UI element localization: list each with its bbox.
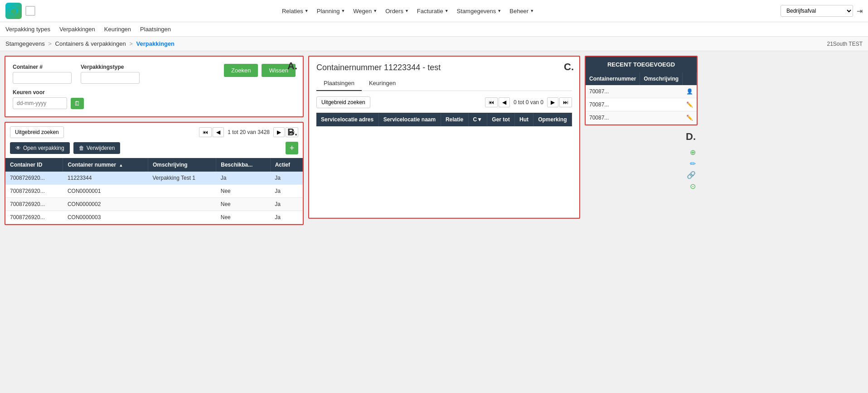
section-a-label: A. — [287, 60, 297, 72]
cell-nummer: CON0000002 — [63, 198, 148, 211]
c-last-page-button[interactable]: ⏭ — [559, 97, 572, 107]
c-first-page-button[interactable]: ⏮ — [485, 97, 498, 107]
date-input[interactable] — [13, 97, 67, 109]
planning-arrow: ▼ — [341, 9, 345, 13]
top-navigation: Relaties ▼ Planning ▼ Wegen ▼ Orders ▼ F… — [0, 0, 868, 22]
side-icons: ⊕ ✏ 🔗 ⊙ — [585, 146, 698, 192]
keuren-field-group: Keuren voor 🗓 — [13, 89, 296, 109]
nav-beheer[interactable]: Beheer ▼ — [509, 8, 534, 14]
network-icon-button[interactable]: ⊙ — [690, 182, 696, 191]
nav-planning[interactable]: Planning ▼ — [317, 8, 345, 14]
verpakkingen-table: Container ID Container nummer ▲ Omschrij… — [5, 158, 303, 224]
breadcrumb-stamgegevens[interactable]: Stamgegevens — [5, 40, 45, 47]
c-col-ger-tot: Ger tot — [487, 113, 515, 126]
logout-icon[interactable]: ⇥ — [857, 7, 863, 15]
c-content: Uitgebreid zoeken ⏮ ◀ 0 tot 0 van 0 ▶ ⏭ … — [309, 91, 579, 132]
section-d-label: D. — [686, 129, 698, 143]
cell-omschrijving — [148, 185, 216, 198]
c-col-hut: Hut — [514, 113, 533, 126]
sort-arrow: ▲ — [119, 163, 123, 168]
recent-col-nummer: Containernummer — [586, 72, 640, 85]
container-detail-title: Containernummer 11223344 - test — [316, 63, 572, 76]
col-omschrijving: Omschrijving — [148, 158, 216, 172]
facturatie-arrow: ▼ — [445, 9, 449, 13]
table-row[interactable]: 7008726920... 11223344 Verpakking Test 1… — [5, 172, 303, 185]
eye-icon: 👁 — [15, 145, 21, 151]
subnav-verpakkingen[interactable]: Verpakkingen — [59, 26, 95, 33]
nav-stamgegevens[interactable]: Stamgegevens ▼ — [457, 8, 502, 14]
zoeken-button[interactable]: Zoeken — [224, 64, 258, 77]
relaties-arrow: ▼ — [305, 9, 309, 13]
tab-plaatsingen[interactable]: Plaatsingen — [316, 76, 362, 91]
breadcrumb: Stamgegevens > Containers & verpakkingen… — [0, 37, 868, 51]
verpakkingstype-input[interactable] — [81, 72, 140, 84]
recent-action-icon[interactable]: 👤 — [683, 85, 697, 98]
cell-beschikbaar: Nee — [216, 198, 270, 211]
col-container-id: Container ID — [5, 158, 63, 172]
c-search-row: Uitgebreid zoeken ⏮ ◀ 0 tot 0 van 0 ▶ ⏭ — [316, 96, 572, 108]
nav-orders[interactable]: Orders ▼ — [385, 8, 409, 14]
subnav-verpakking-types[interactable]: Verpakking types — [5, 26, 50, 33]
cell-nummer: 11223344 — [63, 172, 148, 185]
verpakkingstype-label: Verpakkingstype — [81, 64, 140, 70]
verwijderen-button[interactable]: 🗑 Verwijderen — [73, 142, 121, 154]
cell-nummer: CON0000001 — [63, 185, 148, 198]
tenant-select[interactable]: Bedrijfsafval — [781, 5, 853, 17]
edit-icon-button[interactable]: ✏ — [690, 159, 696, 168]
middle-panel: C. Containernummer 11223344 - test Plaat… — [308, 56, 580, 385]
nav-facturatie[interactable]: Facturatie ▼ — [417, 8, 449, 14]
section-b: B. Uitgebreid zoeken ⏮ ◀ 1 tot 20 van 34… — [5, 122, 304, 225]
prev-page-button[interactable]: ◀ — [213, 127, 224, 137]
calendar-button[interactable]: 🗓 — [71, 98, 84, 109]
c-next-page-button[interactable]: ▶ — [547, 97, 558, 107]
wegen-arrow: ▼ — [373, 9, 377, 13]
recent-omschrijving — [640, 98, 683, 111]
uitgebreid-zoeken-button[interactable]: Uitgebreid zoeken — [10, 126, 64, 138]
trash-icon: 🗑 — [79, 145, 84, 151]
nav-relaties[interactable]: Relaties ▼ — [282, 8, 309, 14]
breadcrumb-sep1: > — [48, 40, 53, 47]
sub-navigation: Verpakking types Verpakkingen Keuringen … — [0, 22, 868, 37]
recent-table: Containernummer Omschrijving 70087... 👤 … — [586, 72, 697, 125]
recent-omschrijving — [640, 111, 683, 125]
app-logo — [5, 3, 22, 19]
recent-action-icon[interactable]: ✏️ — [683, 111, 697, 125]
subnav-plaatsingen[interactable]: Plaatsingen — [140, 26, 171, 33]
nav-items: Relaties ▼ Planning ▼ Wegen ▼ Orders ▼ F… — [44, 8, 771, 14]
recent-row[interactable]: 70087... ✏️ — [586, 111, 697, 125]
first-page-button[interactable]: ⏮ — [199, 127, 212, 137]
nav-right: Bedrijfsafval ⇥ — [781, 5, 863, 17]
section-c: C. Containernummer 11223344 - test Plaat… — [308, 56, 580, 219]
recent-row[interactable]: 70087... ✏️ — [586, 98, 697, 111]
breadcrumb-containers[interactable]: Containers & verpakkingen — [55, 40, 126, 47]
cell-beschikbaar: Nee — [216, 185, 270, 198]
recent-col-omschrijving: Omschrijving — [640, 72, 683, 85]
link-icon-button[interactable]: 🔗 — [687, 171, 696, 179]
open-verpakking-button[interactable]: 👁 Open verpakking — [10, 142, 70, 154]
subnav-keuringen[interactable]: Keuringen — [104, 26, 131, 33]
plaatsingen-table: Servicelocatie adres Servicelocatie naam… — [316, 113, 572, 126]
cell-nummer: CON0000003 — [63, 211, 148, 224]
nav-wegen[interactable]: Wegen ▼ — [353, 8, 377, 14]
table-row[interactable]: 7008726920... CON0000002 Nee Ja — [5, 198, 303, 211]
c-col-servicelocatie-naam: Servicelocatie naam — [378, 113, 441, 126]
c-prev-page-button[interactable]: ◀ — [499, 97, 510, 107]
add-button[interactable]: + — [286, 142, 298, 154]
table-row[interactable]: 7008726920... CON0000003 Nee Ja — [5, 211, 303, 224]
recent-nummer: 70087... — [586, 98, 640, 111]
col-container-nummer[interactable]: Container nummer ▲ — [63, 158, 148, 172]
share-icon-button[interactable]: ⊕ — [690, 148, 696, 157]
c-pagination-text: 0 tot 0 van 0 — [511, 99, 546, 105]
recent-row[interactable]: 70087... 👤 — [586, 85, 697, 98]
form-buttons: Zoeken Wissen — [224, 64, 296, 77]
c-uitgebreid-zoeken-button[interactable]: Uitgebreid zoeken — [316, 96, 370, 108]
next-page-button[interactable]: ▶ — [273, 127, 285, 137]
recent-action-icon[interactable]: ✏️ — [683, 98, 697, 111]
table-row[interactable]: 7008726920... CON0000001 Nee Ja — [5, 185, 303, 198]
tab-keuringen[interactable]: Keuringen — [362, 76, 403, 91]
recent-col-action — [683, 72, 697, 85]
c-pagination-controls: ⏮ ◀ 0 tot 0 van 0 ▶ ⏭ — [485, 97, 572, 107]
container-input[interactable] — [13, 72, 72, 84]
tenant-label: 21South TEST — [827, 41, 863, 47]
recent-omschrijving — [640, 85, 683, 98]
